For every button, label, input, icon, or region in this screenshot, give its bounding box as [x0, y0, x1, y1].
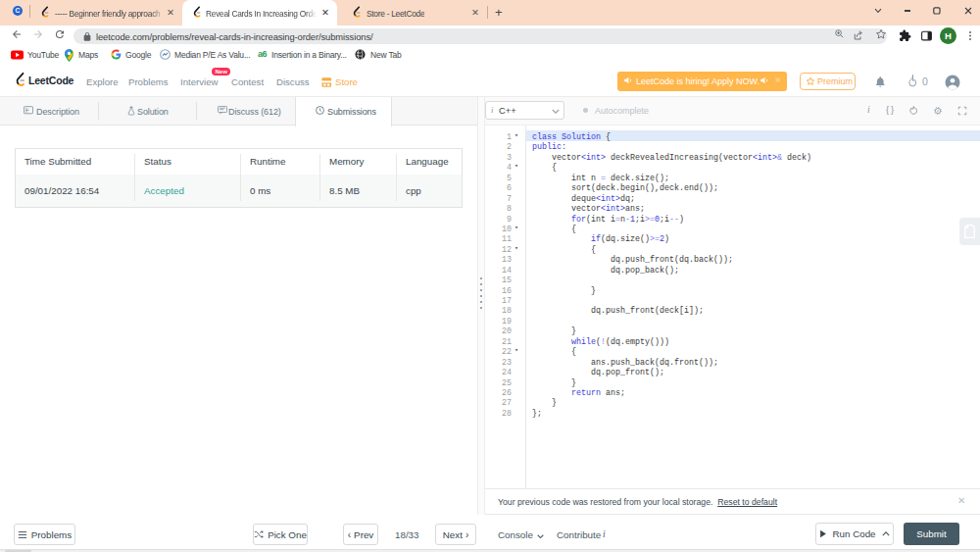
svg-text:C: C: [16, 7, 21, 14]
svg-text:H: H: [945, 30, 952, 41]
